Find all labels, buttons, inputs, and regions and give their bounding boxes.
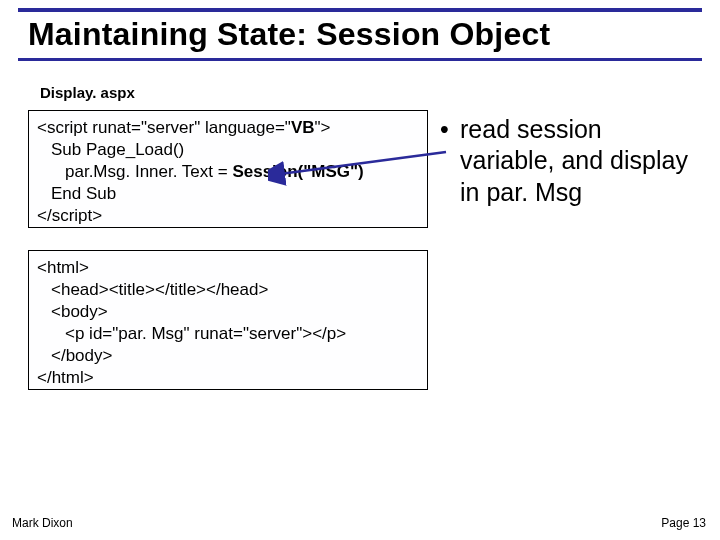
code-text: <p id="par. Msg" runat="server"></p> [37, 323, 419, 345]
code-text-bold: Session("MSG") [232, 162, 363, 181]
title-underline [18, 58, 702, 61]
code-text: par.Msg. Inner. Text = [65, 162, 232, 181]
footer-author: Mark Dixon [12, 516, 73, 530]
code-block-html: <html> <head><title></title></head> <bod… [28, 250, 428, 390]
code-text-bold: VB [291, 118, 315, 137]
bullet-text: read session variable, and display in pa… [460, 114, 700, 208]
title-top-rule [18, 8, 702, 12]
file-label: Display. aspx [40, 84, 135, 101]
code-text: End Sub [37, 183, 419, 205]
code-text: <html> [37, 257, 419, 279]
code-text: </script> [37, 205, 419, 227]
code-text: <head><title></title></head> [37, 279, 419, 301]
code-text: </body> [37, 345, 419, 367]
code-text: <script runat="server" language=" [37, 118, 291, 137]
bullet-dot: • [440, 114, 460, 145]
code-text: Sub Page_Load() [37, 139, 419, 161]
code-text: "> [315, 118, 331, 137]
bullet-item: •read session variable, and display in p… [440, 114, 710, 208]
code-text: </html> [37, 367, 419, 389]
footer-page: Page 13 [661, 516, 706, 530]
code-block-script: <script runat="server" language="VB"> Su… [28, 110, 428, 228]
code-text: <body> [37, 301, 419, 323]
slide-title: Maintaining State: Session Object [28, 16, 550, 53]
